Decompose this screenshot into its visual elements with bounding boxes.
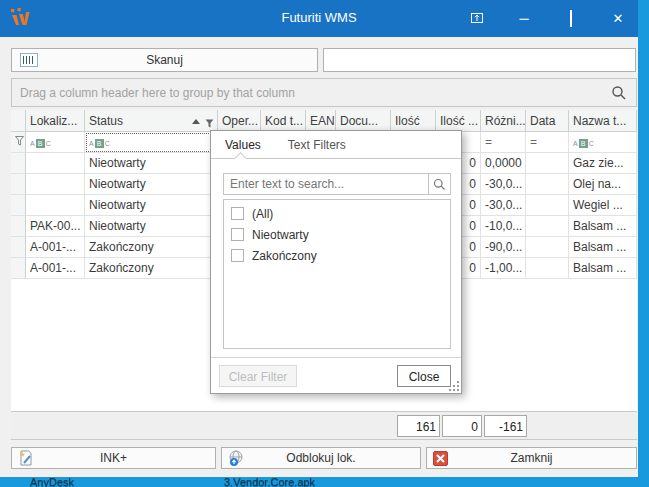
tab-values[interactable]: Values: [225, 138, 261, 152]
filter-search-box: [223, 173, 451, 195]
text-filter-abc-icon: ABC: [30, 139, 51, 148]
cell-nazwa-towaru[interactable]: Wegiel ...: [569, 195, 637, 216]
filter-cell-nazwa-towaru[interactable]: ABC: [569, 132, 637, 153]
cell-roznica[interactable]: -30,0...: [481, 195, 526, 216]
cell-roznica[interactable]: -1,00...: [481, 258, 526, 279]
summary-roznica: -161: [484, 415, 527, 437]
summary-ilosc: 161: [397, 415, 440, 437]
app-window: Futuriti WMS ─ ✕ Skanuj Drag a column h: [0, 0, 638, 477]
list-item-nieotwarty[interactable]: Nieotwarty: [224, 224, 450, 245]
cell-data[interactable]: [526, 153, 569, 174]
cell-roznica[interactable]: -30,0...: [481, 174, 526, 195]
summary-band: 161 0 -161: [11, 411, 637, 440]
checkbox-zakonczony[interactable]: [231, 249, 244, 262]
cell-status[interactable]: Zakończony: [85, 258, 218, 279]
column-header-document[interactable]: Docu...: [336, 110, 391, 132]
summary-ilosc-2: 0: [442, 415, 482, 437]
close-window-button[interactable]: Zamknij: [426, 447, 637, 469]
cell-nazwa-towaru[interactable]: Balsam ...: [569, 258, 637, 279]
unlock-location-button-label: Odblokuj lok.: [286, 451, 355, 465]
search-icon[interactable]: [428, 174, 450, 194]
cell-lokalizacja[interactable]: [26, 153, 85, 174]
list-item-all[interactable]: (All): [224, 203, 450, 224]
unlock-location-button[interactable]: Odblokuj lok.: [221, 447, 421, 469]
filter-cell-lokalizacja[interactable]: ABC: [26, 132, 85, 153]
cell-nazwa-towaru[interactable]: Balsam ...: [569, 237, 637, 258]
cell-status[interactable]: Nieotwarty: [85, 153, 218, 174]
cell-data[interactable]: [526, 258, 569, 279]
cell-data[interactable]: [526, 174, 569, 195]
cell-roznica[interactable]: -10,0...: [481, 216, 526, 237]
cell-nazwa-towaru[interactable]: Gaz zie...: [569, 153, 637, 174]
header-indicator-cell: [11, 110, 26, 132]
column-header-lokalizacja[interactable]: Lokaliz...: [26, 110, 85, 132]
filter-funnel-icon[interactable]: [205, 117, 214, 131]
list-item-label: Nieotwarty: [252, 228, 309, 242]
cell-data[interactable]: [526, 195, 569, 216]
checkbox-nieotwarty[interactable]: [231, 228, 244, 241]
cell-status[interactable]: Zakończony: [85, 237, 218, 258]
cell-roznica[interactable]: -90,0...: [481, 237, 526, 258]
close-icon[interactable]: ✕: [610, 11, 626, 27]
sort-ascending-icon: [192, 119, 200, 124]
text-filter-abc-icon: ABC: [573, 139, 594, 148]
filter-popup-tabs: Values Text Filters: [211, 131, 461, 159]
column-header-status[interactable]: Status: [85, 110, 218, 132]
column-header-ilosc-2[interactable]: Ilość ...: [436, 110, 481, 132]
column-header-data[interactable]: Data: [526, 110, 569, 132]
list-item-zakonczony[interactable]: Zakończony: [224, 245, 450, 266]
cell-roznica[interactable]: 0,0000: [481, 153, 526, 174]
column-header-nazwa-towaru[interactable]: Nazwa t...: [569, 110, 637, 132]
status-filter-popup: Values Text Filters (All): [210, 130, 462, 394]
cell-data[interactable]: [526, 237, 569, 258]
cell-status[interactable]: Nieotwarty: [85, 216, 218, 237]
scan-input[interactable]: [323, 48, 636, 72]
cell-lokalizacja[interactable]: [26, 174, 85, 195]
close-window-button-label: Zamknij: [510, 451, 552, 465]
ink-button[interactable]: INK+: [11, 447, 216, 469]
cell-nazwa-towaru[interactable]: Balsam ...: [569, 216, 637, 237]
column-header-kod-towaru[interactable]: Kod t...: [261, 110, 306, 132]
filter-cell-roznica[interactable]: =: [481, 132, 526, 153]
barcode-icon: [20, 53, 38, 67]
filter-cell-data[interactable]: =: [526, 132, 569, 153]
column-header-ilosc[interactable]: Ilość: [391, 110, 436, 132]
maximize-icon[interactable]: [563, 11, 579, 27]
filter-cell-status[interactable]: ABC: [85, 132, 218, 153]
cell-lokalizacja[interactable]: PAK-00...: [26, 216, 85, 237]
desktop-icon-label: 3.Vendor.Core.apk: [224, 476, 315, 487]
globe-arrow-icon: [228, 450, 245, 470]
filter-popup-footer: Clear Filter Close: [211, 357, 461, 393]
window-controls: ─ ✕: [469, 0, 626, 37]
close-popup-button[interactable]: Close: [397, 365, 451, 387]
cell-lokalizacja[interactable]: A-001-...: [26, 258, 85, 279]
column-header-ean[interactable]: EAN: [306, 110, 336, 132]
scan-button-label: Skanuj: [146, 53, 183, 67]
cell-lokalizacja[interactable]: A-001-...: [26, 237, 85, 258]
filter-values-list: (All) Nieotwarty Zakończony: [223, 199, 451, 349]
clear-filter-button[interactable]: Clear Filter: [219, 365, 297, 387]
checkbox-all[interactable]: [231, 207, 244, 220]
cell-lokalizacja[interactable]: [26, 195, 85, 216]
cell-status[interactable]: Nieotwarty: [85, 174, 218, 195]
filter-row-indicator-icon: [11, 132, 26, 153]
cell-nazwa-towaru[interactable]: Olej na...: [569, 174, 637, 195]
titlebar: Futuriti WMS ─ ✕: [0, 0, 638, 37]
document-edit-icon: [18, 450, 34, 469]
cell-status[interactable]: Nieotwarty: [85, 195, 218, 216]
scan-button[interactable]: Skanuj: [11, 48, 318, 72]
pin-window-icon[interactable]: [469, 10, 485, 28]
column-header-operacja[interactable]: Oper...: [218, 110, 261, 132]
desktop-icon-label: AnyDesk: [30, 476, 74, 487]
grid-header-row: Lokaliz... Status Oper... Kod t... EAN D…: [11, 110, 637, 132]
resize-grip[interactable]: [450, 382, 459, 391]
tab-text-filters[interactable]: Text Filters: [288, 138, 346, 152]
filter-search-input[interactable]: [224, 174, 428, 194]
group-by-panel[interactable]: Drag a column header here to group by th…: [11, 78, 637, 107]
ink-button-label: INK+: [100, 451, 127, 465]
column-header-roznica[interactable]: Różni...: [481, 110, 526, 132]
cell-data[interactable]: [526, 216, 569, 237]
selected-tab-notch: [234, 152, 247, 165]
minimize-icon[interactable]: ─: [516, 11, 532, 27]
search-icon[interactable]: [611, 85, 627, 104]
